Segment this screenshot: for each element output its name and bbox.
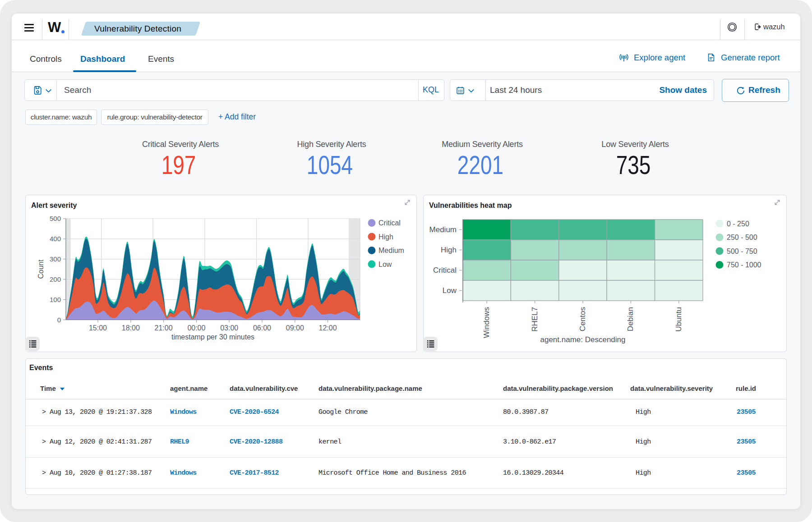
svg-text:agent.name: Descending: agent.name: Descending xyxy=(540,335,625,344)
svg-text:03:00: 03:00 xyxy=(220,324,238,332)
svg-text:400: 400 xyxy=(50,235,61,243)
svg-text:Centos: Centos xyxy=(578,307,587,331)
svg-text:09:00: 09:00 xyxy=(286,324,304,332)
svg-text:Critical: Critical xyxy=(433,266,457,275)
svg-text:12:00: 12:00 xyxy=(319,324,337,332)
svg-text:RHEL7: RHEL7 xyxy=(531,307,539,332)
svg-text:timestamp per 30 minutes: timestamp per 30 minutes xyxy=(171,333,254,341)
svg-text:0 - 250: 0 - 250 xyxy=(727,220,749,228)
svg-text:250 - 500: 250 - 500 xyxy=(727,234,757,241)
svg-text:100: 100 xyxy=(50,296,61,303)
svg-text:500 - 750: 500 - 750 xyxy=(727,247,757,255)
svg-text:Debian: Debian xyxy=(626,307,635,331)
svg-text:Critical: Critical xyxy=(378,219,401,227)
svg-text:21:00: 21:00 xyxy=(155,324,173,332)
svg-text:Low: Low xyxy=(378,261,392,268)
svg-text:Medium: Medium xyxy=(378,247,404,254)
svg-text:200: 200 xyxy=(50,275,61,283)
svg-text:0: 0 xyxy=(57,316,61,324)
svg-text:750 - 1000: 750 - 1000 xyxy=(727,261,761,269)
svg-text:00:00: 00:00 xyxy=(187,324,205,332)
svg-text:15:00: 15:00 xyxy=(89,324,107,332)
svg-text:High: High xyxy=(441,246,457,254)
svg-text:500: 500 xyxy=(50,215,61,222)
svg-text:06:00: 06:00 xyxy=(253,324,271,332)
svg-text:Ubuntu: Ubuntu xyxy=(674,307,683,332)
svg-text:High: High xyxy=(378,233,393,241)
svg-text:Medium: Medium xyxy=(429,225,457,234)
svg-text:Count: Count xyxy=(37,259,45,279)
svg-text:Windows: Windows xyxy=(482,307,491,338)
svg-text:300: 300 xyxy=(50,255,61,263)
svg-text:18:00: 18:00 xyxy=(122,324,140,332)
svg-text:Low: Low xyxy=(443,286,457,295)
